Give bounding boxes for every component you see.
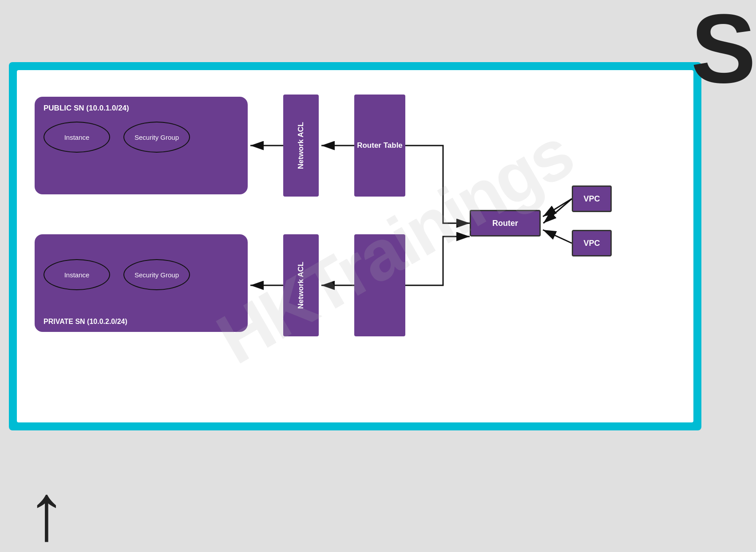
- svg-line-7: [543, 230, 572, 243]
- nacl-top-box: Network ACL: [283, 95, 319, 197]
- svg-line-6: [543, 199, 572, 217]
- inner-frame: HKTrainings PUBLIC SN (10.0.1.0/24) Inst…: [17, 70, 693, 422]
- corner-arrow-decoration: ↑: [27, 472, 67, 552]
- vpc-top-box: VPC: [572, 185, 612, 212]
- router-box: Router: [470, 210, 541, 237]
- public-instance-oval: Instance: [44, 122, 110, 153]
- private-subnet-box: placeholder Instance Security Group PRIV…: [35, 234, 248, 332]
- outer-frame: HKTrainings PUBLIC SN (10.0.1.0/24) Inst…: [9, 62, 701, 430]
- router-table-bottom-box: [354, 234, 405, 336]
- svg-line-5: [543, 199, 572, 223]
- public-subnet-box: PUBLIC SN (10.0.1.0/24) Instance Securit…: [35, 97, 248, 194]
- vpc-bottom-box: VPC: [572, 230, 612, 256]
- private-subnet-items: Instance Security Group: [44, 259, 239, 290]
- private-instance-oval: Instance: [44, 259, 110, 290]
- private-subnet-label: PRIVATE SN (10.0.2.0/24): [44, 318, 127, 326]
- public-subnet-label: PUBLIC SN (10.0.1.0/24): [44, 104, 239, 113]
- public-security-group-oval: Security Group: [123, 122, 190, 153]
- router-table-top-box: Router Table: [354, 95, 405, 197]
- private-security-group-oval: Security Group: [123, 259, 190, 290]
- nacl-bottom-box: Network ACL: [283, 234, 319, 336]
- public-subnet-items: Instance Security Group: [44, 122, 239, 153]
